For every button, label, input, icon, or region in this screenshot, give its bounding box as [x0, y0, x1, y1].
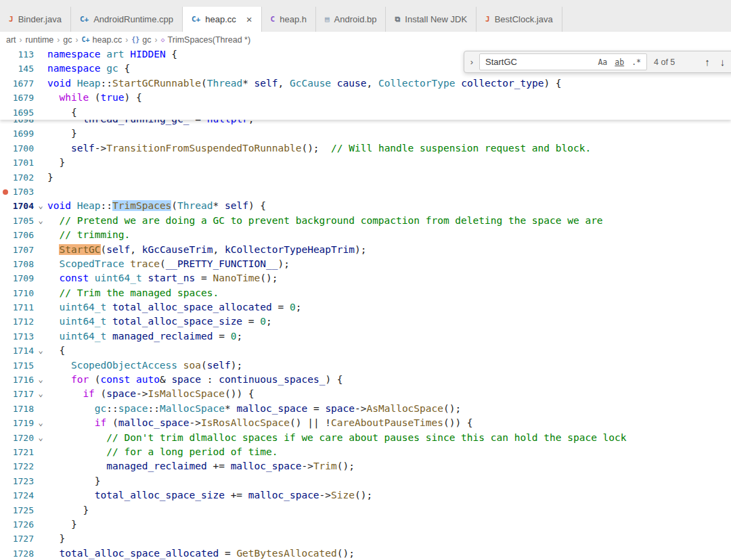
line-number[interactable]: 1719 [11, 416, 34, 430]
fold-chevron-icon[interactable]: ⌄ [34, 431, 47, 445]
code-text[interactable]: // trimming. [47, 228, 731, 242]
line-number[interactable]: 1728 [11, 546, 34, 560]
line-number[interactable]: 1716 [11, 373, 34, 387]
code-text[interactable]: while (true) { [47, 91, 731, 105]
find-input[interactable]: StartGC Aa ab .* [479, 53, 647, 70]
find-widget: › StartGC Aa ab .* 4 of 5 ↑ ↓ × [464, 51, 731, 73]
line-number[interactable]: 1695 [11, 106, 34, 120]
code-text[interactable]: if (malloc_space->IsRosAllocSpace() || !… [47, 416, 731, 430]
fold-chevron-icon[interactable]: ⌄ [34, 373, 47, 387]
code-text[interactable]: // Don't trim dlmalloc spaces if we care… [47, 431, 731, 445]
line-number[interactable]: 1705 [11, 214, 34, 228]
line-number[interactable]: 1677 [11, 76, 34, 91]
code-text[interactable]: uint64_t managed_reclaimed = 0; [47, 329, 731, 344]
line-number[interactable]: 1722 [11, 459, 34, 473]
code-text[interactable]: } [47, 532, 731, 546]
line-number[interactable]: 1726 [11, 517, 34, 532]
line-number[interactable]: 1723 [11, 474, 34, 488]
line-number[interactable]: 1725 [11, 503, 34, 517]
code-text[interactable]: total_alloc_space_size += malloc_space->… [47, 488, 731, 503]
line-number[interactable]: 1712 [11, 314, 34, 329]
line-number[interactable]: 1711 [11, 300, 34, 314]
line-number[interactable]: 1721 [11, 445, 34, 459]
fold-chevron-icon[interactable]: ⌄ [34, 387, 47, 401]
code-text[interactable]: void Heap::StartGCRunnable(Thread* self,… [47, 76, 731, 91]
code-text[interactable]: } [47, 156, 731, 170]
code-text[interactable]: } [47, 517, 731, 532]
code-text[interactable]: // Pretend we are doing a GC to prevent … [47, 214, 731, 228]
line-number[interactable]: 1703 [11, 185, 34, 199]
code-text[interactable]: ScopedTrace trace(__PRETTY_FUNCTION__); [47, 257, 731, 271]
tab-heap-h[interactable]: Cheap.h [262, 7, 316, 32]
code-area[interactable]: 1698 thread_running_gc_ = nullptr;1699 }… [0, 47, 731, 560]
line-number[interactable]: 1679 [11, 91, 34, 105]
code-text[interactable] [47, 185, 731, 199]
line-number[interactable]: 1713 [11, 329, 34, 344]
line-number[interactable]: 1717 [11, 387, 34, 401]
match-case-icon[interactable]: Aa [596, 57, 609, 68]
line-number[interactable]: 113 [11, 47, 34, 62]
code-text[interactable]: if (space->IsMallocSpace()) { [47, 387, 731, 401]
breadcrumb-item-art[interactable]: art [6, 35, 16, 45]
code-text[interactable]: } [47, 503, 731, 517]
line-number[interactable]: 1701 [11, 156, 34, 170]
code-text[interactable]: { [47, 106, 731, 120]
line-number[interactable]: 1700 [11, 141, 34, 156]
tab-androidruntime-cpp[interactable]: C+AndroidRuntime.cpp [71, 7, 183, 32]
tab-binder-java[interactable]: JBinder.java [0, 7, 71, 32]
line-number[interactable]: 1724 [11, 488, 34, 503]
line-number[interactable]: 1699 [11, 126, 34, 141]
tab-bestclock-java[interactable]: JBestClock.java [477, 7, 562, 32]
line-number[interactable]: 1720 [11, 431, 34, 445]
breadcrumb-item-trimspaces-thread-[interactable]: ◇TrimSpaces(Thread *) [161, 35, 251, 45]
find-expand-icon[interactable]: › [467, 57, 477, 67]
line-number[interactable]: 1707 [11, 243, 34, 257]
fold-chevron-icon[interactable]: ⌄ [34, 199, 47, 213]
code-text[interactable]: uint64_t total_alloc_space_size = 0; [47, 314, 731, 329]
tab-heap-cc[interactable]: C+heap.cc× [183, 7, 262, 32]
code-text[interactable]: // for a long period of time. [47, 445, 731, 459]
tab-install-new-jdk[interactable]: ⧉Install New JDK [386, 7, 477, 32]
code-text[interactable]: gc::space::MallocSpace* malloc_space = s… [47, 402, 731, 416]
line-number[interactable]: 1710 [11, 286, 34, 300]
find-next-button[interactable]: ↓ [720, 56, 726, 68]
line-number[interactable]: 1715 [11, 358, 34, 373]
breadcrumb-item-runtime[interactable]: runtime [26, 35, 54, 45]
line-number[interactable]: 1714 [11, 344, 34, 358]
breadcrumb-item-gc[interactable]: {}gc [131, 35, 151, 45]
code-text[interactable]: const uint64_t start_ns = NanoTime(); [47, 271, 731, 285]
line-number[interactable]: 1727 [11, 532, 34, 546]
close-icon[interactable]: × [246, 14, 252, 24]
breakpoint-dot[interactable] [3, 189, 8, 195]
whole-word-icon[interactable]: ab [613, 57, 626, 68]
breadcrumb-item-heap-cc[interactable]: C+heap.cc [81, 35, 122, 45]
line-number[interactable]: 145 [11, 62, 34, 76]
code-text[interactable]: } [47, 170, 731, 185]
code-text[interactable]: { [47, 344, 731, 358]
editor[interactable]: 1698 thread_running_gc_ = nullptr;1699 }… [0, 47, 731, 560]
code-text[interactable]: total_alloc_space_allocated = GetBytesAl… [47, 546, 731, 560]
code-text[interactable]: } [47, 126, 731, 141]
code-text[interactable]: self->TransitionFromSuspendedToRunnable(… [47, 141, 731, 156]
code-text[interactable]: void Heap::TrimSpaces(Thread* self) { [47, 199, 731, 213]
line-number[interactable]: 1708 [11, 257, 34, 271]
breadcrumb-item-gc[interactable]: gc [63, 35, 72, 45]
line-number[interactable]: 1704 [11, 199, 34, 213]
fold-chevron-icon[interactable]: ⌄ [34, 214, 47, 228]
line-number[interactable]: 1709 [11, 271, 34, 285]
line-number[interactable]: 1706 [11, 228, 34, 242]
line-number[interactable]: 1702 [11, 170, 34, 185]
regex-icon[interactable]: .* [629, 57, 643, 68]
line-number[interactable]: 1718 [11, 402, 34, 416]
code-text[interactable]: // Trim the managed spaces. [47, 286, 731, 300]
code-text[interactable]: } [47, 474, 731, 488]
find-previous-button[interactable]: ↑ [705, 56, 710, 68]
code-text[interactable]: StartGC(self, kGcCauseTrim, kCollectorTy… [47, 243, 731, 257]
code-text[interactable]: ScopedObjectAccess soa(self); [47, 358, 731, 373]
fold-chevron-icon[interactable]: ⌄ [34, 344, 47, 358]
fold-chevron-icon[interactable]: ⌄ [34, 416, 47, 430]
tab-android-bp[interactable]: ▤Android.bp [316, 7, 386, 32]
code-text[interactable]: uint64_t total_alloc_space_allocated = 0… [47, 300, 731, 314]
code-text[interactable]: for (const auto& space : continuous_spac… [47, 373, 731, 387]
code-text[interactable]: managed_reclaimed += malloc_space->Trim(… [47, 459, 731, 473]
